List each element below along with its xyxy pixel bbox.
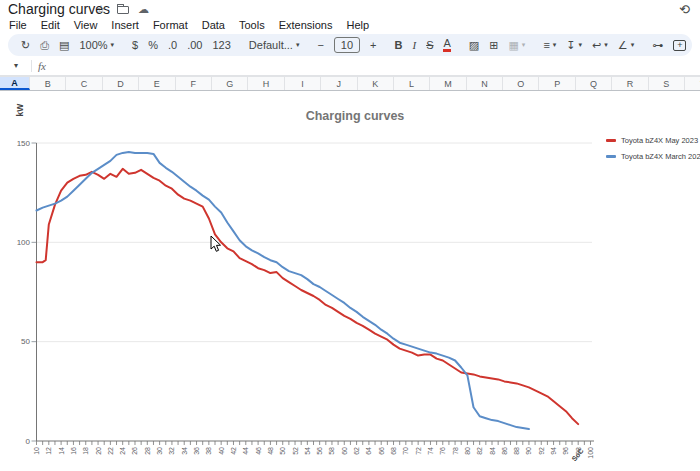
text-rotation-button[interactable]: ∠▾ [613, 35, 639, 55]
star-icon[interactable]: ☆ [96, 3, 106, 16]
insert-link-button[interactable]: ⊶ [647, 35, 668, 55]
font-size-input-glyph: 10 [334, 37, 360, 53]
decrease-decimals-button[interactable]: .0 [163, 35, 182, 55]
titlebar: Charging curves ☆ ☁ ⟲ [0, 0, 700, 18]
column-header-J[interactable]: J [321, 77, 357, 90]
vertical-align-button-caret-icon: ▾ [579, 41, 583, 49]
svg-text:12: 12 [45, 447, 52, 455]
svg-text:74: 74 [427, 447, 434, 455]
column-header-Q[interactable]: Q [576, 77, 612, 90]
format-percent-button-glyph: % [148, 40, 158, 51]
insert-chart-button[interactable]: ▥ [691, 35, 692, 55]
column-header-O[interactable]: O [503, 77, 539, 90]
strikethrough-button[interactable]: S [421, 35, 438, 55]
paint-format-button[interactable]: ▤ [54, 35, 74, 55]
vertical-align-button[interactable]: ↧▾ [561, 35, 587, 55]
horizontal-align-button[interactable]: ≡▾ [538, 35, 561, 55]
zoom-select-glyph: 100% [79, 40, 107, 51]
text-color-button-glyph: A [443, 38, 450, 53]
svg-text:68: 68 [390, 447, 397, 455]
zoom-select-caret-icon: ▾ [111, 41, 115, 49]
italic-button[interactable]: I [407, 35, 421, 55]
borders-button[interactable]: ⊞ [484, 35, 503, 55]
menu-edit[interactable]: Edit [34, 18, 67, 33]
font-size-increase-button[interactable]: + [365, 35, 381, 55]
zoom-select[interactable]: 100%▾ [74, 35, 119, 55]
merge-cells-button[interactable]: ▦▾ [503, 35, 530, 55]
svg-text:SoC: SoC [570, 447, 584, 462]
insert-comment-button-glyph: + [673, 40, 686, 51]
svg-text:42: 42 [230, 447, 237, 455]
svg-text:100: 100 [587, 447, 594, 459]
column-header-E[interactable]: E [139, 77, 175, 90]
document-title[interactable]: Charging curves [8, 1, 110, 17]
svg-text:30: 30 [156, 447, 163, 455]
menu-file[interactable]: File [2, 18, 34, 33]
text-color-button[interactable]: A [438, 35, 455, 55]
svg-text:44: 44 [242, 447, 249, 455]
print-button[interactable]: ⎙ [35, 35, 54, 55]
column-header-S[interactable]: S [649, 77, 685, 90]
column-header-R[interactable]: R [612, 77, 648, 90]
column-header-D[interactable]: D [103, 77, 139, 90]
cloud-saved-icon: ☁ [138, 3, 149, 16]
svg-text:96: 96 [562, 447, 569, 455]
svg-text:22: 22 [107, 447, 114, 455]
svg-text:46: 46 [255, 447, 262, 455]
svg-text:32: 32 [168, 447, 175, 455]
horizontal-align-button-glyph: ≡ [543, 40, 549, 51]
column-header-N[interactable]: N [467, 77, 503, 90]
font-size-input[interactable]: 10 [329, 35, 365, 55]
svg-text:90: 90 [525, 447, 532, 455]
decrease-decimals-button-glyph: .0 [168, 40, 177, 51]
formula-bar: ▾ fx [0, 57, 700, 76]
name-box[interactable]: ▾ [0, 57, 30, 75]
svg-text:100: 100 [17, 238, 31, 247]
svg-text:150: 150 [17, 139, 31, 148]
menu-help[interactable]: Help [339, 18, 376, 33]
column-header-A[interactable]: A [0, 77, 30, 90]
font-size-decrease-button[interactable]: − [312, 35, 328, 55]
chart-area[interactable]: kW Charging curves Toyota bZ4X May 2023T… [0, 91, 700, 471]
format-currency-button[interactable]: $ [127, 35, 143, 55]
bold-button[interactable]: B [390, 35, 408, 55]
menu-tools[interactable]: Tools [232, 18, 272, 33]
menu-data[interactable]: Data [195, 18, 232, 33]
svg-text:60: 60 [341, 447, 348, 455]
menu-view[interactable]: View [67, 18, 105, 33]
svg-text:58: 58 [328, 447, 335, 455]
font-size-increase-button-glyph: + [370, 40, 376, 51]
menu-insert[interactable]: Insert [104, 18, 146, 33]
svg-text:0: 0 [26, 437, 31, 446]
redo-button[interactable]: ↻ [16, 35, 35, 55]
more-formats-button-glyph: 123 [212, 40, 230, 51]
column-header-G[interactable]: G [212, 77, 248, 90]
column-header-B[interactable]: B [30, 77, 66, 90]
menu-format[interactable]: Format [146, 18, 195, 33]
column-header-F[interactable]: F [176, 77, 212, 90]
column-header-M[interactable]: M [430, 77, 466, 90]
version-history-icon[interactable]: ⟲ [679, 2, 690, 17]
column-header-H[interactable]: H [248, 77, 284, 90]
format-percent-button[interactable]: % [143, 35, 163, 55]
svg-text:20: 20 [95, 447, 102, 455]
insert-comment-button[interactable]: + [668, 35, 691, 55]
svg-text:64: 64 [365, 447, 372, 455]
menu-extensions[interactable]: Extensions [272, 18, 340, 33]
increase-decimals-button[interactable]: .00 [182, 35, 207, 55]
column-header-K[interactable]: K [358, 77, 394, 90]
name-box-caret-icon[interactable]: ▾ [14, 61, 18, 70]
move-to-folder-icon[interactable] [117, 6, 129, 14]
column-header-C[interactable]: C [66, 77, 102, 90]
column-header-L[interactable]: L [394, 77, 430, 90]
more-formats-button[interactable]: 123 [207, 35, 235, 55]
font-select[interactable]: Default...▾ [244, 35, 305, 55]
fill-color-button[interactable]: ▨ [464, 35, 484, 55]
text-wrap-button[interactable]: ↩▾ [587, 35, 613, 55]
svg-text:26: 26 [131, 447, 138, 455]
menubar: FileEditViewInsertFormatDataToolsExtensi… [2, 18, 700, 33]
column-header-I[interactable]: I [285, 77, 321, 90]
svg-text:92: 92 [538, 447, 545, 455]
column-header-T[interactable]: T [685, 77, 700, 90]
column-header-P[interactable]: P [539, 77, 575, 90]
